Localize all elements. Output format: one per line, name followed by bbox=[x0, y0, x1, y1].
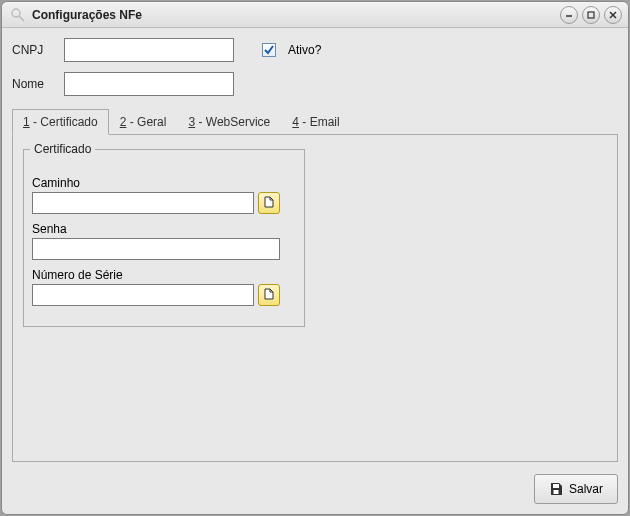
svg-rect-3 bbox=[588, 12, 594, 18]
ativo-label: Ativo? bbox=[288, 43, 321, 57]
numero-serie-browse-button[interactable] bbox=[258, 284, 280, 306]
file-icon bbox=[263, 288, 275, 303]
numero-serie-label: Número de Série bbox=[32, 268, 296, 282]
maximize-button[interactable] bbox=[582, 6, 600, 24]
certificado-group: Certificado Caminho Senha bbox=[23, 149, 305, 327]
svg-rect-6 bbox=[553, 484, 559, 488]
certificado-legend: Certificado bbox=[30, 142, 95, 156]
config-window: Configurações NFe CNPJ Ativo? Nome 1 - C… bbox=[1, 1, 629, 515]
svg-rect-7 bbox=[553, 490, 558, 494]
tab-certificado[interactable]: 1 - Certificado bbox=[12, 109, 109, 135]
senha-label: Senha bbox=[32, 222, 296, 236]
window-title: Configurações NFe bbox=[32, 8, 560, 22]
numero-serie-field: Número de Série bbox=[32, 268, 296, 306]
tab-panel-certificado: Certificado Caminho Senha bbox=[12, 135, 618, 462]
footer: Salvar bbox=[2, 470, 628, 514]
window-controls bbox=[560, 6, 622, 24]
ativo-checkbox[interactable] bbox=[262, 43, 276, 57]
cnpj-label: CNPJ bbox=[12, 43, 56, 57]
svg-point-0 bbox=[12, 9, 20, 17]
caminho-input[interactable] bbox=[32, 192, 254, 214]
svg-line-1 bbox=[19, 16, 24, 21]
senha-input[interactable] bbox=[32, 238, 280, 260]
nome-input[interactable] bbox=[64, 72, 234, 96]
file-icon bbox=[263, 196, 275, 211]
numero-serie-input[interactable] bbox=[32, 284, 254, 306]
cnpj-row: CNPJ Ativo? bbox=[12, 38, 618, 62]
nome-label: Nome bbox=[12, 77, 56, 91]
tab-geral[interactable]: 2 - Geral bbox=[109, 109, 178, 135]
content-area: CNPJ Ativo? Nome 1 - Certificado 2 - Ger… bbox=[2, 28, 628, 470]
salvar-button[interactable]: Salvar bbox=[534, 474, 618, 504]
minimize-button[interactable] bbox=[560, 6, 578, 24]
titlebar: Configurações NFe bbox=[2, 2, 628, 28]
caminho-label: Caminho bbox=[32, 176, 296, 190]
tab-webservice[interactable]: 3 - WebService bbox=[177, 109, 281, 135]
cnpj-input[interactable] bbox=[64, 38, 234, 62]
caminho-field: Caminho bbox=[32, 176, 296, 214]
salvar-label: Salvar bbox=[569, 482, 603, 496]
tab-email[interactable]: 4 - Email bbox=[281, 109, 350, 135]
close-button[interactable] bbox=[604, 6, 622, 24]
caminho-browse-button[interactable] bbox=[258, 192, 280, 214]
nome-row: Nome bbox=[12, 72, 618, 96]
tabs: 1 - Certificado 2 - Geral 3 - WebService… bbox=[12, 108, 618, 135]
senha-field: Senha bbox=[32, 222, 296, 260]
save-icon bbox=[549, 482, 563, 496]
app-icon bbox=[10, 7, 26, 23]
